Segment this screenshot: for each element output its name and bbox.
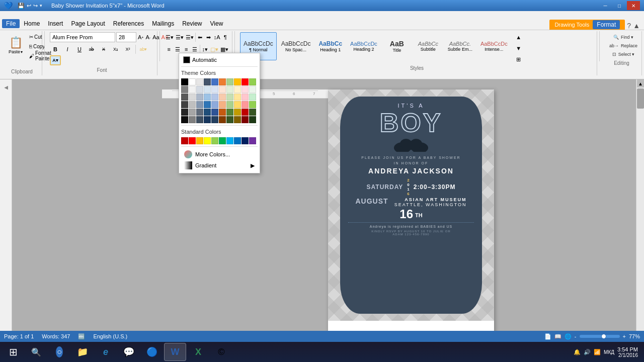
- theme-color-swatch[interactable]: [249, 78, 256, 85]
- zoom-in-icon[interactable]: +: [623, 333, 626, 339]
- sort-button[interactable]: ↕A: [213, 32, 221, 42]
- taskbar-search[interactable]: 🔍: [25, 343, 47, 361]
- taskbar-word[interactable]: W: [164, 343, 186, 361]
- theme-color-swatch[interactable]: [204, 101, 211, 108]
- underline-button[interactable]: U: [74, 44, 85, 54]
- theme-color-swatch[interactable]: [226, 94, 233, 101]
- theme-color-swatch[interactable]: [234, 101, 241, 108]
- theme-color-swatch[interactable]: [219, 116, 226, 123]
- theme-color-swatch[interactable]: [204, 78, 211, 85]
- menu-references[interactable]: References: [109, 19, 148, 28]
- taskbar-excel[interactable]: X: [187, 343, 209, 361]
- theme-color-swatch[interactable]: [181, 116, 188, 123]
- undo-icon[interactable]: ↩: [27, 3, 31, 9]
- gradient-option[interactable]: Gradient ▶: [181, 160, 258, 171]
- font-color-button[interactable]: A▾: [50, 55, 61, 65]
- theme-color-swatch[interactable]: [189, 78, 196, 85]
- zoom-out-icon[interactable]: -: [575, 333, 577, 339]
- theme-color-swatch[interactable]: [211, 78, 218, 85]
- theme-color-swatch[interactable]: [219, 86, 226, 93]
- zoom-slider[interactable]: [580, 335, 620, 338]
- font-size-input[interactable]: [116, 32, 136, 42]
- theme-color-swatch[interactable]: [196, 101, 203, 108]
- taskbar-cashier[interactable]: ©: [210, 343, 232, 361]
- menu-mailings[interactable]: Mailings: [148, 19, 178, 28]
- theme-color-swatch[interactable]: [242, 116, 249, 123]
- shrink-font-button[interactable]: A-: [145, 32, 151, 42]
- grow-font-button[interactable]: A+: [137, 32, 144, 42]
- superscript-button[interactable]: X²: [122, 44, 133, 54]
- style-subtle-em[interactable]: AaBbCc. Subtle Em...: [444, 32, 476, 60]
- theme-color-swatch[interactable]: [196, 86, 203, 93]
- taskbar-file-explorer[interactable]: 📁: [71, 343, 94, 361]
- tray-notifications[interactable]: 🔔: [574, 349, 581, 355]
- theme-color-swatch[interactable]: [189, 116, 196, 123]
- theme-color-swatch[interactable]: [189, 94, 196, 101]
- theme-color-swatch[interactable]: [219, 101, 226, 108]
- standard-color-swatch[interactable]: [204, 137, 211, 144]
- replace-button[interactable]: ab→ Replace: [608, 42, 639, 50]
- theme-color-swatch[interactable]: [219, 109, 226, 116]
- paste-button[interactable]: 📋 Paste ▾: [5, 32, 26, 58]
- show-marks-button[interactable]: ¶: [222, 32, 229, 42]
- italic-button[interactable]: I: [62, 44, 73, 54]
- more-colors-option[interactable]: More Colors...: [181, 149, 258, 160]
- theme-color-swatch[interactable]: [211, 86, 218, 93]
- styles-up-button[interactable]: ▲: [513, 32, 524, 42]
- theme-color-swatch[interactable]: [249, 86, 256, 93]
- theme-color-swatch[interactable]: [181, 109, 188, 116]
- theme-color-swatch[interactable]: [211, 116, 218, 123]
- theme-color-swatch[interactable]: [234, 86, 241, 93]
- menu-review[interactable]: Review: [178, 19, 206, 28]
- find-button[interactable]: 🔍 Find ▾: [608, 33, 639, 41]
- bold-button[interactable]: B: [50, 44, 61, 54]
- change-case-button[interactable]: Aa: [152, 32, 159, 42]
- save-icon[interactable]: 💾: [18, 3, 25, 9]
- document-scroll-area[interactable]: 1 2 3 4 5 6 7 It's a: [12, 79, 644, 362]
- theme-color-swatch[interactable]: [226, 101, 233, 108]
- close-button[interactable]: ✕: [627, 1, 640, 10]
- theme-color-swatch[interactable]: [249, 109, 256, 116]
- standard-color-swatch[interactable]: [196, 137, 203, 144]
- style-subtitle[interactable]: AaBbCc Subtitle: [413, 32, 443, 60]
- tray-volume[interactable]: 🔊: [584, 349, 591, 355]
- decrease-indent-button[interactable]: ⬅: [197, 32, 204, 42]
- tray-language[interactable]: МКД: [604, 349, 614, 355]
- view-reading-icon[interactable]: 📖: [554, 333, 561, 340]
- theme-color-swatch[interactable]: [226, 86, 233, 93]
- theme-color-swatch[interactable]: [181, 101, 188, 108]
- theme-color-swatch[interactable]: [196, 109, 203, 116]
- automatic-color-option[interactable]: Automatic: [181, 55, 258, 64]
- menu-home[interactable]: Home: [20, 19, 44, 28]
- standard-color-swatch[interactable]: [234, 137, 241, 144]
- style-no-spacing[interactable]: AaBbCcDc No Spac...: [278, 32, 314, 60]
- subscript-button[interactable]: X₂: [110, 44, 121, 54]
- standard-color-swatch[interactable]: [211, 137, 218, 144]
- taskbar-edge[interactable]: e: [95, 343, 117, 361]
- bullets-button[interactable]: ☰▾: [165, 32, 174, 42]
- theme-color-swatch[interactable]: [219, 78, 226, 85]
- minimize-button[interactable]: ─: [599, 1, 612, 10]
- standard-color-swatch[interactable]: [249, 137, 256, 144]
- redo-icon[interactable]: ↪: [33, 3, 38, 9]
- drawing-tools-tab[interactable]: Drawing Tools Format: [549, 20, 625, 30]
- theme-color-swatch[interactable]: [234, 94, 241, 101]
- theme-color-swatch[interactable]: [242, 109, 249, 116]
- taskbar-cortana[interactable]: ○: [48, 343, 70, 361]
- view-web-icon[interactable]: 🌐: [565, 333, 572, 340]
- standard-color-swatch[interactable]: [181, 137, 188, 144]
- theme-color-swatch[interactable]: [189, 109, 196, 116]
- vertical-scrollbar[interactable]: ▲ ▼: [636, 79, 644, 362]
- standard-color-swatch[interactable]: [242, 137, 249, 144]
- theme-color-swatch[interactable]: [181, 78, 188, 85]
- theme-color-swatch[interactable]: [189, 86, 196, 93]
- style-heading1[interactable]: AaBbCc Heading 1: [315, 32, 346, 60]
- style-heading2[interactable]: AaBbCcDc Heading 2: [347, 32, 381, 60]
- theme-color-swatch[interactable]: [226, 116, 233, 123]
- menu-view[interactable]: View: [206, 19, 227, 28]
- theme-color-swatch[interactable]: [234, 116, 241, 123]
- taskbar-chrome[interactable]: 🔵: [141, 343, 163, 361]
- standard-color-swatch[interactable]: [219, 137, 226, 144]
- menu-file[interactable]: File: [2, 19, 20, 28]
- theme-color-swatch[interactable]: [249, 101, 256, 108]
